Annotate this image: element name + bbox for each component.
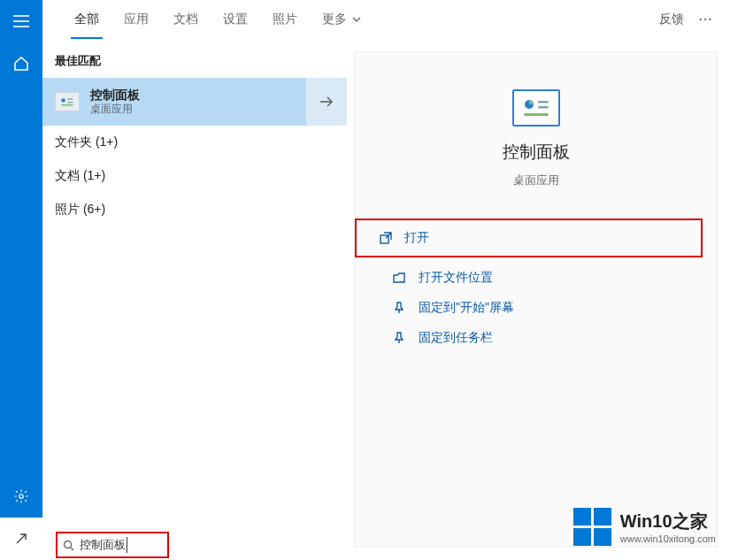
filter-tabbar: 全部 应用 文档 设置 照片 更多 反馈 ⋯ <box>42 0 730 39</box>
svg-point-13 <box>65 541 72 548</box>
pin-icon <box>392 302 406 314</box>
action-label: 固定到任务栏 <box>419 330 493 346</box>
result-subtitle: 桌面应用 <box>90 103 140 117</box>
tab-apps[interactable]: 应用 <box>111 0 161 39</box>
best-match-result[interactable]: 控制面板 桌面应用 <box>42 78 347 126</box>
action-label: 固定到"开始"屏幕 <box>419 300 514 316</box>
result-name: 控制面板 <box>90 87 140 103</box>
svg-rect-6 <box>67 102 73 104</box>
category-label: 文档 (1+) <box>55 168 105 182</box>
arrow-right-icon <box>319 96 334 107</box>
svg-line-14 <box>71 547 74 550</box>
action-label: 打开 <box>404 230 429 246</box>
highlight-open-action: 打开 <box>355 219 703 257</box>
tab-more[interactable]: 更多 <box>310 0 373 39</box>
search-input-highlight: 控制面板 <box>56 532 169 558</box>
preview-title: 控制面板 <box>503 141 570 164</box>
tab-label: 文档 <box>173 12 198 27</box>
tab-photos[interactable]: 照片 <box>260 0 310 39</box>
svg-rect-10 <box>538 106 549 109</box>
arrow-up-right-icon <box>14 532 28 546</box>
gear-icon <box>13 488 29 504</box>
folder-icon <box>392 272 406 283</box>
action-label: 打开文件位置 <box>419 270 493 286</box>
tab-settings[interactable]: 设置 <box>211 0 260 39</box>
preview-subtitle: 桌面应用 <box>513 173 559 188</box>
search-icon <box>63 540 74 551</box>
home-button[interactable] <box>0 42 42 85</box>
svg-rect-9 <box>538 101 549 104</box>
action-pin-taskbar[interactable]: 固定到任务栏 <box>369 323 703 353</box>
chevron-down-icon <box>352 17 361 22</box>
search-shortcut-button[interactable] <box>0 518 42 560</box>
results-column: 最佳匹配 控制面板 桌面应用 文件夹 (1+ <box>42 39 347 560</box>
more-options-button[interactable]: ⋯ <box>698 11 714 27</box>
tab-label: 设置 <box>223 12 248 27</box>
tab-label: 照片 <box>273 12 297 27</box>
svg-point-4 <box>61 98 65 103</box>
navigation-sidebar <box>0 0 42 560</box>
watermark-url: www.win10xitong.com <box>620 533 716 544</box>
category-documents[interactable]: 文档 (1+) <box>42 159 347 193</box>
tab-label: 应用 <box>124 12 149 27</box>
tab-all[interactable]: 全部 <box>62 0 111 39</box>
menu-button[interactable] <box>0 0 42 42</box>
best-match-heading: 最佳匹配 <box>42 39 347 78</box>
category-label: 照片 (6+) <box>55 202 105 216</box>
hamburger-icon <box>13 15 29 27</box>
preview-app-icon <box>512 89 560 127</box>
tab-documents[interactable]: 文档 <box>161 0 211 39</box>
feedback-link[interactable]: 反馈 <box>659 12 684 27</box>
open-icon <box>380 232 392 244</box>
tab-label: 全部 <box>74 12 99 27</box>
watermark-title: Win10之家 <box>620 510 716 533</box>
settings-button[interactable] <box>0 475 42 518</box>
preview-panel: 控制面板 桌面应用 打开 <box>354 51 718 548</box>
control-panel-icon <box>55 92 80 111</box>
svg-rect-7 <box>61 104 73 106</box>
search-input[interactable]: 控制面板 <box>80 537 127 553</box>
watermark: Win10之家 www.win10xitong.com <box>573 508 716 546</box>
windows-logo-icon <box>573 508 611 546</box>
action-pin-start[interactable]: 固定到"开始"屏幕 <box>369 293 703 323</box>
action-open-location[interactable]: 打开文件位置 <box>369 263 703 293</box>
category-label: 文件夹 (1+) <box>55 134 118 149</box>
category-folders[interactable]: 文件夹 (1+) <box>42 126 347 159</box>
action-open[interactable]: 打开 <box>380 230 429 246</box>
svg-rect-5 <box>67 98 73 100</box>
tab-label: 更多 <box>322 12 347 27</box>
pin-icon <box>392 332 406 344</box>
expand-result-button[interactable] <box>306 78 347 126</box>
category-photos[interactable]: 照片 (6+) <box>42 193 347 226</box>
svg-rect-11 <box>524 113 549 116</box>
home-icon <box>13 56 29 72</box>
svg-point-3 <box>19 495 24 499</box>
